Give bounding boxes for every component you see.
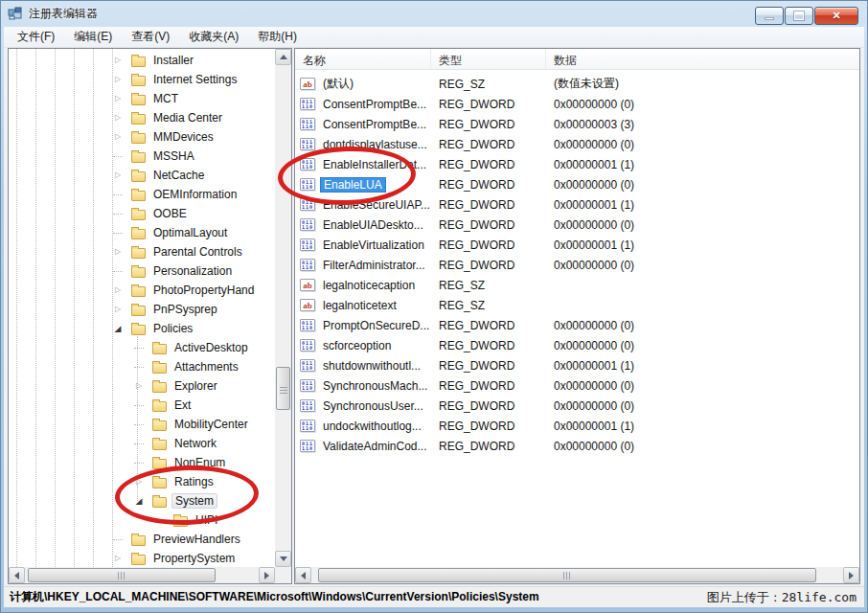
tree-vertical-scrollbar[interactable] xyxy=(275,49,291,567)
expander-collapsed-icon[interactable]: ▷ xyxy=(110,51,126,70)
expander-collapsed-icon[interactable]: ▷ xyxy=(110,281,126,300)
expander-collapsed-icon[interactable]: ▷ xyxy=(131,472,147,491)
list-row[interactable]: ablegalnoticecaptionREG_SZ xyxy=(295,275,859,295)
tree-vscroll-thumb[interactable] xyxy=(276,367,290,410)
list-row[interactable]: 011110PromptOnSecureD...REG_DWORD0x00000… xyxy=(295,315,859,335)
expander-collapsed-icon[interactable]: ▷ xyxy=(110,166,126,185)
list-row[interactable]: 011110EnableInstallerDet...REG_DWORD0x00… xyxy=(295,154,859,174)
value-data: 0x00000000 (0) xyxy=(546,98,859,111)
expander-expanded-icon[interactable]: ◢ xyxy=(131,491,147,511)
reg-dword-icon: 011110 xyxy=(300,319,315,331)
expander-collapsed-icon[interactable]: ▷ xyxy=(110,89,126,108)
list-row[interactable]: 011110EnableLUAREG_DWORD0x00000000 (0) xyxy=(295,174,859,194)
scroll-right-button[interactable] xyxy=(259,567,275,583)
tree-item-mssha[interactable]: MSSHA xyxy=(9,147,275,166)
tree-item-ratings[interactable]: ▷Ratings xyxy=(9,472,275,491)
list-row[interactable]: 011110undockwithoutlog...REG_DWORD0x0000… xyxy=(295,416,859,436)
list-row[interactable]: 011110shutdownwithoutl...REG_DWORD0x0000… xyxy=(295,355,859,375)
tree-item-label: Explorer xyxy=(171,378,220,394)
list-row[interactable]: 011110dontdisplaylastuse...REG_DWORD0x00… xyxy=(295,134,859,154)
list-row[interactable]: 011110EnableVirtualizationREG_DWORD0x000… xyxy=(295,235,859,255)
value-name-cell: 011110PromptOnSecureD... xyxy=(295,318,431,333)
expander-collapsed-icon[interactable]: ▷ xyxy=(110,108,126,127)
value-type: REG_DWORD xyxy=(431,178,546,192)
reg-dword-icon: 011110 xyxy=(300,138,315,150)
expander-expanded-icon[interactable]: ◢ xyxy=(110,319,126,338)
tree-item-nonenum[interactable]: NonEnum xyxy=(9,453,275,472)
tree-pane: ▷Installer▷Internet Settings▷MCT▷Media C… xyxy=(8,48,292,584)
tree-item-system[interactable]: ◢System xyxy=(9,491,275,511)
tree-item-propertysystem[interactable]: ▷PropertySystem xyxy=(9,549,275,567)
tree-item-oeminformation[interactable]: OEMInformation xyxy=(9,185,275,204)
list-row[interactable]: 011110SynchronousUser...REG_DWORD0x00000… xyxy=(295,396,859,416)
tree-item-mmdevices[interactable]: ▷MMDevices xyxy=(9,127,275,147)
close-button[interactable]: ✕ xyxy=(814,7,858,25)
reg-dword-icon: 011110 xyxy=(300,178,315,191)
tree-item-photopropertyhand[interactable]: ▷PhotoPropertyHand xyxy=(9,281,275,300)
tree-item-ext[interactable]: Ext xyxy=(9,396,275,415)
list-row[interactable]: 011110scforceoptionREG_DWORD0x00000000 (… xyxy=(295,335,859,355)
tree-item-personalization[interactable]: Personalization xyxy=(9,261,275,281)
menu-help[interactable]: 帮助(H) xyxy=(248,26,307,48)
watermark-text: 图片上传于：28life.com xyxy=(707,589,857,606)
tree-item-previewhandlers[interactable]: PreviewHandlers xyxy=(9,530,275,549)
menu-favorites[interactable]: 收藏夹(A) xyxy=(179,26,248,48)
scroll-left-button[interactable] xyxy=(9,567,25,583)
value-type: REG_DWORD xyxy=(431,379,546,393)
minimize-button[interactable] xyxy=(755,7,784,25)
expander-collapsed-icon[interactable]: ▷ xyxy=(110,300,126,319)
tree-item-optimallayout[interactable]: OptimalLayout xyxy=(9,223,275,242)
folder-icon xyxy=(131,325,146,335)
list-horizontal-scrollbar[interactable] xyxy=(295,567,859,583)
menu-edit[interactable]: 编辑(E) xyxy=(64,26,122,48)
menu-view[interactable]: 查看(V) xyxy=(122,26,179,48)
tree-horizontal-scrollbar[interactable] xyxy=(9,567,275,583)
scroll-up-button[interactable] xyxy=(275,49,291,65)
menu-file[interactable]: 文件(F) xyxy=(8,26,64,48)
tree-item-parental-controls[interactable]: ▷Parental Controls xyxy=(9,242,275,261)
scroll-left-button[interactable] xyxy=(295,567,311,583)
column-header-data[interactable]: 数据 xyxy=(546,49,859,69)
tree-hscroll-thumb[interactable] xyxy=(28,568,216,582)
tree-item-network[interactable]: Network xyxy=(9,434,275,453)
tree-item-pnpsysprep[interactable]: ▷PnPSysprep xyxy=(9,300,275,319)
scroll-down-button[interactable] xyxy=(275,551,291,567)
tree-item-oobe[interactable]: OOBE xyxy=(9,204,275,223)
list-row[interactable]: 011110ConsentPromptBe...REG_DWORD0x00000… xyxy=(295,114,859,134)
tree-item-mct[interactable]: ▷MCT xyxy=(9,89,275,108)
expander-collapsed-icon[interactable]: ▷ xyxy=(110,70,126,89)
tree-item-attachments[interactable]: Attachments xyxy=(9,357,275,376)
tree-item-uipi[interactable]: UIPI xyxy=(9,511,275,530)
list-row[interactable]: ablegalnoticetextREG_SZ xyxy=(295,295,859,315)
tree-item-netcache[interactable]: ▷NetCache xyxy=(9,166,275,185)
icon-text-line: 110 xyxy=(302,265,313,270)
expander-collapsed-icon[interactable]: ▷ xyxy=(110,242,126,261)
list-row[interactable]: 011110FilterAdministrator...REG_DWORD0x0… xyxy=(295,255,859,275)
list-row[interactable]: 011110EnableUIADeskto...REG_DWORD0x00000… xyxy=(295,215,859,235)
value-name-cell: ablegalnoticecaption xyxy=(295,278,431,293)
tree-item-mobilitycenter[interactable]: MobilityCenter xyxy=(9,415,275,434)
maximize-button[interactable] xyxy=(785,7,813,25)
list-row[interactable]: 011110EnableSecureUIAP...REG_DWORD0x0000… xyxy=(295,194,859,215)
list-hscroll-thumb[interactable] xyxy=(318,568,816,582)
tree-item-media-center[interactable]: ▷Media Center xyxy=(9,108,275,127)
scroll-right-button[interactable] xyxy=(843,567,859,583)
value-name: (默认) xyxy=(320,75,356,93)
tree-connector xyxy=(113,194,123,195)
list-row[interactable]: ab(默认)REG_SZ(数值未设置) xyxy=(295,74,859,94)
tree-item-internet-settings[interactable]: ▷Internet Settings xyxy=(9,70,275,89)
expander-collapsed-icon[interactable]: ▷ xyxy=(110,127,126,147)
expander-collapsed-icon[interactable]: ▷ xyxy=(131,376,147,396)
tree-item-policies[interactable]: ◢Policies xyxy=(9,319,275,338)
tree-item-label: MMDevices xyxy=(150,129,217,145)
column-header-name[interactable]: 名称 xyxy=(295,49,431,69)
folder-icon xyxy=(131,535,146,546)
tree-item-activedesktop[interactable]: ActiveDesktop xyxy=(9,338,275,357)
tree-item-installer[interactable]: ▷Installer xyxy=(9,51,275,70)
expander-collapsed-icon[interactable]: ▷ xyxy=(110,549,126,567)
list-row[interactable]: 011110ValidateAdminCod...REG_DWORD0x0000… xyxy=(295,436,859,456)
column-header-type[interactable]: 类型 xyxy=(431,49,546,69)
list-row[interactable]: 011110ConsentPromptBe...REG_DWORD0x00000… xyxy=(295,94,859,114)
list-row[interactable]: 011110SynchronousMach...REG_DWORD0x00000… xyxy=(295,375,859,396)
tree-item-explorer[interactable]: ▷Explorer xyxy=(9,376,275,396)
